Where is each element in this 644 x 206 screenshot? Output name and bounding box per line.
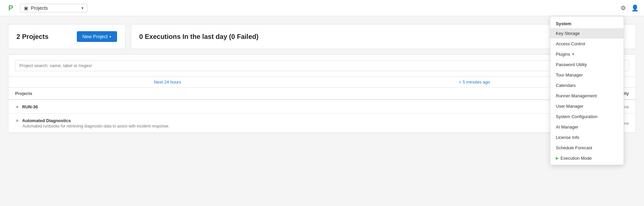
dropdown-item[interactable]: Runner Management: [550, 91, 624, 101]
dropdown-item[interactable]: Access Control: [550, 39, 624, 49]
header-icons: ⚙ 👤: [621, 4, 639, 12]
table-row: ★RUN-36None: [8, 100, 636, 114]
projects-count: 2 Projects: [16, 33, 49, 41]
col-projects: Projects: [8, 88, 543, 100]
dropdown-item[interactable]: Key Storage: [550, 28, 624, 39]
settings-button[interactable]: ⚙: [621, 4, 626, 12]
star-icon[interactable]: ★: [15, 104, 19, 109]
projects-stat-card: 2 Projects New Project +: [8, 24, 125, 49]
star-icon[interactable]: ★: [15, 118, 19, 123]
dropdown-item[interactable]: User Manager: [550, 101, 624, 111]
table-header: Projects Activity: [8, 88, 636, 100]
dropdown-item-label: User Manager: [556, 104, 583, 109]
dropdown-item[interactable]: License Info: [550, 132, 624, 141]
project-selector-left: ▣ Projects: [24, 5, 48, 11]
dropdown-item-label: Runner Management: [556, 93, 597, 98]
dropdown-item[interactable]: Calendars: [550, 80, 624, 91]
project-name[interactable]: RUN-36: [22, 104, 38, 109]
project-cell: ★Automated DiagnosticsAutomated runbooks…: [8, 114, 543, 133]
dropdown-item[interactable]: Tour Manager: [550, 70, 624, 80]
logo-letter: P: [8, 4, 13, 12]
system-dropdown-menu: System Key StorageAccess ControlPlugins …: [550, 16, 624, 141]
projects-table: Projects Activity ★RUN-36None★Automated …: [8, 88, 636, 133]
header: P ▣ Projects ▾ ⚙ 👤: [0, 0, 644, 16]
dropdown-item[interactable]: Plugins ▾: [550, 49, 624, 59]
search-input[interactable]: [15, 60, 629, 71]
dropdown-item[interactable]: Password Utility: [550, 59, 624, 70]
dropdown-item-label: Calendars: [556, 83, 576, 88]
dropdown-item-label: Password Utility: [556, 62, 587, 67]
executions-title: 0 Executions In the last day (0 Failed): [139, 33, 259, 41]
filter-links: Next 24 hours < 5 minutes ago: [8, 77, 636, 88]
dropdown-item-label: Plugins: [556, 52, 570, 57]
project-icon: ▣: [24, 5, 28, 11]
projects-tbody: ★RUN-36None★Automated DiagnosticsAutomat…: [8, 100, 636, 133]
user-icon: 👤: [631, 4, 639, 12]
table-row: ★Automated DiagnosticsAutomated runbooks…: [8, 114, 636, 133]
project-name-row: ★RUN-36: [15, 104, 536, 109]
dropdown-item-label: Tour Manager: [556, 72, 583, 78]
project-description: Automated runbooks for retrieving diagno…: [22, 124, 536, 128]
dropdown-item-label: Key Storage: [556, 31, 580, 36]
dropdown-item-label: License Info: [556, 135, 579, 140]
logo: P: [5, 3, 16, 13]
dropdown-section-title: System: [550, 18, 624, 28]
dropdown-item-label: AI Manager: [556, 124, 578, 130]
stats-row: 2 Projects New Project + 0 Executions In…: [8, 24, 636, 49]
dropdown-item-label: System Configuration: [556, 114, 597, 119]
gear-icon: ⚙: [621, 4, 626, 12]
main-content: 2 Projects New Project + 0 Executions In…: [0, 16, 644, 141]
recent-link[interactable]: < 5 minutes ago: [459, 80, 490, 85]
project-label: Projects: [31, 5, 48, 11]
project-name[interactable]: Automated Diagnostics: [22, 118, 71, 123]
dropdown-item[interactable]: System Configuration: [550, 111, 624, 122]
dropdown-items-container: Key StorageAccess ControlPlugins ▾Passwo…: [550, 28, 624, 141]
projects-panel: Next 24 hours < 5 minutes ago Projects A…: [8, 54, 636, 133]
dropdown-item[interactable]: AI Manager: [550, 122, 624, 132]
chevron-down-icon: ▾: [82, 6, 84, 10]
user-button[interactable]: 👤: [631, 4, 639, 12]
dropdown-item-label: Access Control: [556, 41, 585, 46]
project-cell: ★RUN-36: [8, 100, 543, 114]
new-project-button[interactable]: New Project +: [77, 31, 117, 42]
submenu-arrow-icon: ▾: [572, 52, 574, 56]
project-selector[interactable]: ▣ Projects ▾: [20, 4, 87, 12]
project-name-row: ★Automated Diagnostics: [15, 118, 536, 123]
next-24-hours-link[interactable]: Next 24 hours: [154, 80, 181, 85]
search-row: [8, 55, 636, 77]
